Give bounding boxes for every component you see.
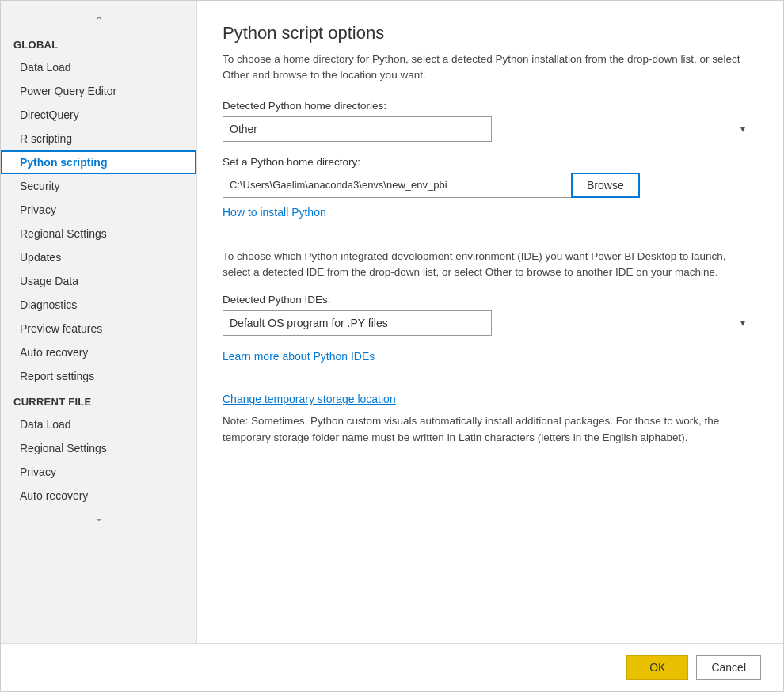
settings-dialog: ⌃ GLOBAL Data Load Power Query Editor Di… bbox=[0, 0, 784, 692]
sidebar-item-privacy-current[interactable]: Privacy bbox=[1, 460, 196, 484]
dialog-body: ⌃ GLOBAL Data Load Power Query Editor Di… bbox=[1, 1, 783, 643]
page-description: To choose a home directory for Python, s… bbox=[223, 51, 752, 84]
detected-ide-label: Detected Python IDEs: bbox=[223, 294, 752, 306]
main-content: Python script options To choose a home d… bbox=[197, 1, 783, 643]
ide-learn-more-link[interactable]: Learn more about Python IDEs bbox=[223, 350, 752, 363]
sidebar-item-data-load-current[interactable]: Data Load bbox=[1, 413, 196, 436]
install-python-link[interactable]: How to install Python bbox=[223, 206, 752, 219]
ide-dropdown-wrapper: Default OS program for .PY files ▾ bbox=[223, 310, 752, 336]
sidebar-item-updates[interactable]: Updates bbox=[1, 245, 196, 269]
page-title: Python script options bbox=[223, 23, 752, 44]
ide-description: To choose which Python integrated develo… bbox=[223, 249, 752, 282]
home-dropdown-arrow-icon: ▾ bbox=[740, 124, 745, 135]
sidebar-item-python-scripting[interactable]: Python scripting bbox=[1, 150, 196, 174]
scroll-up-arrow[interactable]: ⌃ bbox=[89, 13, 109, 28]
sidebar-item-r-scripting[interactable]: R scripting bbox=[1, 127, 196, 150]
scroll-down-indicator: ⌄ bbox=[1, 508, 196, 528]
note-text: Note: Sometimes, Python custom visuals a… bbox=[223, 413, 752, 447]
sidebar-item-power-query-editor[interactable]: Power Query Editor bbox=[1, 79, 196, 103]
sidebar-scroll: ⌃ GLOBAL Data Load Power Query Editor Di… bbox=[1, 1, 196, 643]
dialog-footer: OK Cancel bbox=[1, 643, 783, 691]
sidebar-item-data-load-global[interactable]: Data Load bbox=[1, 55, 196, 79]
sidebar-item-directquery[interactable]: DirectQuery bbox=[1, 103, 196, 127]
sidebar-item-regional-settings-global[interactable]: Regional Settings bbox=[1, 222, 196, 245]
cancel-button[interactable]: Cancel bbox=[696, 655, 761, 680]
sidebar-item-auto-recovery-current[interactable]: Auto recovery bbox=[1, 484, 196, 508]
browse-button[interactable]: Browse bbox=[571, 173, 640, 198]
sidebar-item-preview-features[interactable]: Preview features bbox=[1, 317, 196, 340]
sidebar-item-report-settings[interactable]: Report settings bbox=[1, 364, 196, 388]
ide-dropdown[interactable]: Default OS program for .PY files bbox=[223, 310, 492, 336]
home-dropdown-wrapper: Other ▾ bbox=[223, 116, 752, 142]
current-file-section-header: CURRENT FILE bbox=[1, 388, 196, 413]
home-dropdown[interactable]: Other bbox=[223, 116, 492, 142]
ok-button[interactable]: OK bbox=[626, 655, 688, 680]
sidebar: ⌃ GLOBAL Data Load Power Query Editor Di… bbox=[1, 1, 197, 643]
sidebar-item-auto-recovery-global[interactable]: Auto recovery bbox=[1, 340, 196, 364]
scroll-up-indicator: ⌃ bbox=[1, 10, 196, 31]
global-section-header: GLOBAL bbox=[1, 31, 196, 55]
storage-location-link[interactable]: Change temporary storage location bbox=[223, 393, 752, 405]
set-home-label: Set a Python home directory: bbox=[223, 156, 752, 168]
ide-dropdown-arrow-icon: ▾ bbox=[740, 317, 745, 329]
sidebar-item-regional-settings-current[interactable]: Regional Settings bbox=[1, 436, 196, 460]
sidebar-item-diagnostics[interactable]: Diagnostics bbox=[1, 293, 196, 317]
sidebar-item-usage-data[interactable]: Usage Data bbox=[1, 269, 196, 293]
home-dir-input[interactable] bbox=[223, 173, 571, 198]
detected-home-label: Detected Python home directories: bbox=[223, 100, 752, 112]
sidebar-item-security[interactable]: Security bbox=[1, 174, 196, 198]
sidebar-item-privacy[interactable]: Privacy bbox=[1, 198, 196, 222]
scroll-down-arrow[interactable]: ⌄ bbox=[89, 511, 109, 525]
home-dir-row: Browse bbox=[223, 173, 752, 198]
